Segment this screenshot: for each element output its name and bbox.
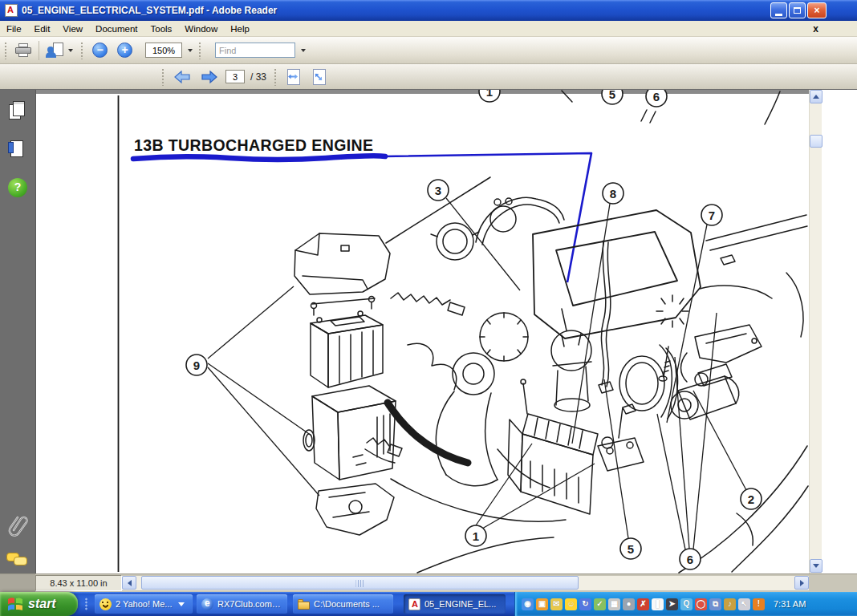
close-button[interactable]: ×: [807, 2, 827, 18]
callout-8: 8: [603, 183, 623, 204]
callout-3: 3: [428, 180, 449, 201]
print-button[interactable]: [11, 39, 35, 62]
toolbar-grip[interactable]: [274, 68, 277, 86]
svg-text:5: 5: [628, 542, 634, 556]
window-title: 05_ENGINE_ELECTRICAL_SYSTEM.pdf - Adobe …: [22, 5, 277, 16]
svg-text:2: 2: [748, 492, 754, 506]
comments-panel-icon[interactable]: [6, 551, 29, 569]
yahoo-messenger-icon: [100, 598, 112, 610]
tray-icon-mouse[interactable]: ↖: [738, 598, 750, 610]
callout-9: 9: [186, 355, 207, 375]
scroll-right-button[interactable]: [794, 576, 809, 590]
toolbar-separator: [39, 41, 39, 60]
horizontal-scrollbar[interactable]: [122, 576, 809, 590]
svg-text:5: 5: [609, 90, 615, 101]
main-area: ? 13B TURBOCHARGED ENGINE: [0, 90, 857, 573]
zoom-level-field[interactable]: 150%: [145, 43, 182, 58]
tray-icon-delivery[interactable]: ▦: [608, 598, 620, 610]
page-number-input[interactable]: [225, 70, 245, 83]
zoom-in-button[interactable]: +: [117, 43, 132, 58]
tray-icon-chat-orange[interactable]: ▣: [536, 598, 548, 610]
tray-icon-yahoo-smiley[interactable]: ☺: [565, 598, 577, 610]
scroll-left-button[interactable]: [122, 576, 136, 590]
svg-text:7: 7: [709, 209, 715, 222]
taskbar-button-rx7club[interactable]: RX7Club.com -...: [197, 594, 287, 614]
callout-6: 6: [646, 90, 667, 107]
menu-help[interactable]: Help: [224, 22, 256, 35]
group-dropdown-icon: [178, 602, 185, 606]
scroll-down-button[interactable]: [810, 559, 822, 573]
taskbar-button-yahoo-messenger[interactable]: 2 Yahoo! Me...: [95, 594, 193, 614]
taskbar-button-pdf-active[interactable]: 05_ENGINE_EL...: [404, 594, 506, 614]
menu-file[interactable]: File: [0, 22, 28, 35]
tray-icon-volume[interactable]: ♪: [724, 598, 736, 610]
next-page-button[interactable]: [201, 70, 218, 84]
horizontal-scroll-thumb[interactable]: [141, 576, 579, 590]
fit-width-button[interactable]: [285, 67, 303, 87]
folder-icon: [298, 598, 310, 610]
menu-window[interactable]: Window: [178, 22, 224, 35]
main-toolbar: − + 150%: [0, 37, 857, 64]
tray-icon-messenger[interactable]: ◉: [522, 598, 534, 610]
callout-1: 1: [465, 525, 486, 546]
start-label: start: [28, 597, 56, 611]
callout-6: 6: [680, 549, 701, 569]
tray-icon-window-marker[interactable]: ❚: [652, 598, 664, 610]
restore-button[interactable]: [789, 2, 806, 18]
internet-explorer-icon: [201, 598, 213, 610]
document-pane[interactable]: 13B TURBOCHARGED ENGINE: [36, 90, 809, 573]
callout-5: 5: [620, 538, 641, 559]
fit-page-button[interactable]: [311, 67, 328, 87]
adobe-reader-window: 05_ENGINE_ELECTRICAL_SYSTEM.pdf - Adobe …: [0, 0, 857, 616]
previous-page-button[interactable]: [173, 70, 191, 84]
svg-text:6: 6: [687, 553, 693, 566]
tray-icon-red-ring[interactable]: ◯: [695, 598, 707, 610]
page-dimensions-label: 8.43 x 11.00 in: [35, 575, 122, 591]
tray-icon-network[interactable]: ⧉: [709, 598, 721, 610]
pdf-app-icon: [5, 4, 18, 17]
scroll-up-button[interactable]: [810, 90, 822, 103]
tray-icon-gray-orb[interactable]: ●: [623, 598, 635, 610]
bookmarks-panel-icon[interactable]: [7, 140, 28, 162]
find-input[interactable]: [215, 43, 295, 58]
vertical-scroll-thumb[interactable]: [810, 135, 822, 148]
page-count-label: / 33: [250, 71, 266, 83]
zoom-out-button[interactable]: −: [92, 43, 108, 58]
page-nav-toolbar: / 33: [0, 64, 857, 90]
system-tray: ◉▣✉☺↻✓▦●✗❚➤Q◯⧉♪↖! 7:31 AM: [514, 592, 857, 616]
tray-icon-update-check[interactable]: ✓: [594, 598, 606, 610]
find-dropdown-button[interactable]: [295, 43, 307, 58]
taskbar: start 2 Yahoo! Me... RX7Club.com -... C:…: [0, 592, 857, 616]
toolbar-grip[interactable]: [198, 42, 201, 59]
email-icon: [46, 43, 65, 59]
menu-document[interactable]: Document: [89, 22, 144, 35]
toolbar-grip[interactable]: [80, 42, 83, 59]
diagram-heading: 13B TURBOCHARGED ENGINE: [134, 136, 373, 154]
document-close-icon[interactable]: x: [813, 23, 818, 34]
attachments-panel-icon[interactable]: [7, 513, 28, 535]
pdf-file-icon: [408, 598, 420, 610]
vertical-scrollbar[interactable]: [809, 90, 822, 573]
taskbar-button-explorer-folder[interactable]: C:\Documents ...: [293, 594, 393, 614]
tray-icon-new-mail[interactable]: ✉: [550, 598, 563, 610]
toolbar-grip[interactable]: [161, 68, 164, 86]
start-button[interactable]: start: [0, 592, 78, 616]
tray-icon-security-alert[interactable]: !: [753, 598, 765, 610]
tray-icon-antivirus[interactable]: ✗: [637, 598, 649, 610]
minimize-button[interactable]: [770, 2, 787, 18]
menu-tools[interactable]: Tools: [144, 22, 179, 35]
zoom-dropdown-button[interactable]: [182, 43, 194, 58]
menu-edit[interactable]: Edit: [28, 22, 57, 35]
taskbar-clock[interactable]: 7:31 AM: [774, 599, 806, 609]
email-button[interactable]: [43, 39, 76, 62]
menu-bar: File Edit View Document Tools Window Hel…: [0, 21, 857, 37]
toolbar-grip[interactable]: [4, 42, 7, 59]
callout-2: 2: [741, 488, 762, 509]
tray-icon-swoosh[interactable]: ➤: [666, 598, 678, 610]
tray-icon-sync[interactable]: ↻: [579, 598, 591, 610]
menu-view[interactable]: View: [56, 22, 89, 35]
tray-icon-quicktime[interactable]: Q: [680, 598, 693, 610]
help-icon[interactable]: ?: [8, 178, 27, 197]
taskbar-divider[interactable]: [85, 598, 87, 610]
pages-panel-icon[interactable]: [7, 101, 28, 124]
